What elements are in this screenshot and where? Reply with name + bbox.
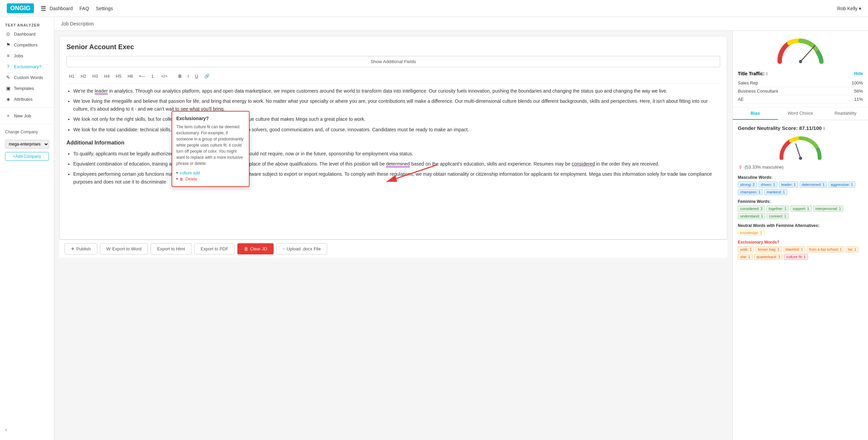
word-tag[interactable]: considered: 2 [738, 206, 765, 212]
sidebar-item-label: Exclusionary? [14, 64, 41, 69]
add-company-button[interactable]: +Add Company [5, 152, 49, 161]
neutral-words-section: Neutral Words with Feminine Alternatives… [738, 223, 863, 236]
right-panel: Title Traffic: ℹ Hide Sales Rep 100% Bus… [732, 31, 868, 440]
word-tag-culture-fit[interactable]: culture fit: 1 [784, 254, 808, 260]
toolbar-ol[interactable]: 1. [149, 72, 157, 80]
toolbar-ul[interactable]: •— [137, 72, 148, 80]
word-tag[interactable]: interpersonal: 1 [813, 206, 844, 212]
additional-info-heading: Additional Information [66, 138, 720, 147]
title-traffic-gauge [773, 36, 828, 65]
sidebar-item-label: Competitors [14, 42, 38, 47]
word-tag[interactable]: quarterback: 1 [754, 254, 783, 260]
exclusionary-icon: ? [5, 64, 11, 69]
word-tag[interactable]: driven: 1 [758, 181, 777, 188]
gauge-section [733, 31, 868, 71]
toolbar-h1[interactable]: H1 [66, 72, 77, 80]
sidebar-item-label: New Job [14, 113, 31, 118]
nav-dashboard[interactable]: Dashboard [50, 6, 73, 11]
editor-content[interactable]: We're the leader in analytics. Through o… [66, 87, 720, 186]
toolbar-h4[interactable]: H4 [102, 72, 112, 80]
tooltip-suggestion-item: • culture add [176, 170, 245, 176]
word-tag[interactable]: walk: 1 [738, 246, 754, 252]
delete-link[interactable]: Delete [185, 177, 197, 181]
publish-button[interactable]: ✈ Publish [64, 243, 97, 254]
sidebar-item-exclusionary[interactable]: ? Exclusionary? [0, 61, 54, 72]
word-tag[interactable]: knowledge: 1 [738, 230, 765, 236]
additional-info-item-1: To qualify, applicants must be legally a… [73, 150, 720, 157]
word-tag[interactable]: strong: 2 [738, 181, 757, 188]
sidebar-item-new-job[interactable]: + New Job [0, 110, 54, 121]
editor-toolbar: H1 H2 H3 H4 H5 H6 •— 1. </> B I U 🔗 [66, 72, 720, 84]
tab-readability[interactable]: Readability [823, 107, 868, 120]
clear-jd-button[interactable]: 🗑 Clear JD [237, 243, 274, 254]
tooltip-title: Exclusionary? [176, 116, 245, 121]
gender-gauge [777, 134, 824, 160]
toolbar-code[interactable]: </> [159, 72, 170, 80]
new-job-icon: + [5, 113, 11, 118]
sidebar-item-templates[interactable]: ▣ Templates [0, 83, 54, 94]
sidebar-item-custom-words[interactable]: ✎ Custom Words [0, 72, 54, 83]
word-tag[interactable]: connect: 1 [767, 213, 789, 219]
company-select[interactable]: mega-enterprises other-company [5, 140, 49, 149]
content-area: Job Description Senior Account Exec Show… [54, 17, 868, 440]
word-tag[interactable]: blacklist: 1 [783, 246, 805, 252]
svg-point-5 [799, 157, 802, 160]
word-tag[interactable]: together: 1 [766, 206, 789, 212]
sidebar-item-jobs[interactable]: ≡ Jobs [0, 50, 54, 61]
sidebar-item-competitors[interactable]: ⚑ Competitors [0, 39, 54, 50]
bottom-bar: ✈ Publish W Export to Word Export to Htm… [59, 240, 727, 258]
tab-bias[interactable]: Bias [733, 107, 778, 120]
user-menu[interactable]: Rob Kelly [837, 6, 861, 11]
tab-word-choice[interactable]: Word Choice [778, 107, 823, 120]
word-tag[interactable]: leader: 1 [779, 181, 798, 188]
word-tag[interactable]: from a top school: 1 [807, 246, 844, 252]
traffic-label: Sales Rep [738, 80, 758, 85]
toolbar-italic[interactable]: I [185, 72, 191, 80]
export-word-icon: W [106, 246, 111, 251]
masculine-words-section: Masculine Words: strong: 2 driven: 1 lea… [738, 175, 863, 195]
word-tag[interactable]: he: 1 [846, 246, 859, 252]
upload-icon: ↑ [283, 246, 285, 251]
word-tag[interactable]: understand: 1 [738, 213, 765, 219]
word-tag[interactable]: brown bag: 1 [755, 246, 782, 252]
exclusionary-words-title: Exclusionary Words? [738, 240, 863, 245]
word-tag[interactable]: aggressive: 1 [828, 181, 855, 188]
menu-icon[interactable]: ☰ [41, 5, 46, 12]
attributes-icon: ◈ [5, 96, 11, 102]
tab-content-bias: Gender Neutrality Score: 87.11/100 ℹ [733, 120, 868, 269]
toolbar-h6[interactable]: H6 [125, 72, 136, 80]
sidebar-item-attributes[interactable]: ◈ Attributes [0, 94, 54, 104]
word-tag[interactable]: mankind: 1 [764, 189, 787, 195]
word-tag[interactable]: support: 1 [790, 206, 812, 212]
traffic-item-2: AE 11% [738, 95, 863, 103]
suggestion-link[interactable]: culture add [180, 171, 200, 175]
gender-score-title: Gender Neutrality Score: 87.11/100 ℹ [738, 125, 863, 131]
nav-faq[interactable]: FAQ [80, 6, 89, 11]
sidebar-item-dashboard[interactable]: ⊙ Dashboard [0, 28, 54, 39]
gender-gauge-svg [777, 134, 824, 160]
sidebar-collapse-button[interactable]: ‹ [0, 423, 54, 437]
toolbar-bold[interactable]: B [176, 72, 184, 80]
toolbar-h5[interactable]: H5 [114, 72, 124, 80]
nav-settings[interactable]: Settings [96, 6, 113, 11]
toolbar-link[interactable]: 🔗 [202, 72, 212, 80]
traffic-item-0: Sales Rep 100% [738, 79, 863, 87]
export-html-button[interactable]: Export to Html [151, 243, 191, 254]
change-company-label: Change Company [0, 127, 54, 137]
highlighted-word-leader: leader [95, 88, 108, 94]
word-tag[interactable]: champion: 1 [738, 189, 763, 195]
hide-link[interactable]: Hide [854, 71, 863, 76]
show-fields-button[interactable]: Show Additional Fields [66, 56, 720, 67]
svg-line-4 [795, 144, 800, 158]
breadcrumb: Job Description [54, 17, 868, 31]
gender-icon: ♀ [738, 163, 743, 171]
export-pdf-button[interactable]: Export to PDF [194, 243, 235, 254]
word-tag[interactable]: she: 1 [738, 254, 753, 260]
toolbar-underline[interactable]: U [193, 72, 200, 80]
toolbar-h3[interactable]: H3 [90, 72, 100, 80]
toolbar-h2[interactable]: H2 [78, 72, 89, 80]
upload-docx-button[interactable]: ↑ Upload .docx File [276, 243, 327, 254]
editor-title: Senior Account Exec [66, 43, 720, 51]
export-word-button[interactable]: W Export to Word [100, 243, 148, 254]
word-tag[interactable]: determined: 1 [800, 181, 827, 188]
